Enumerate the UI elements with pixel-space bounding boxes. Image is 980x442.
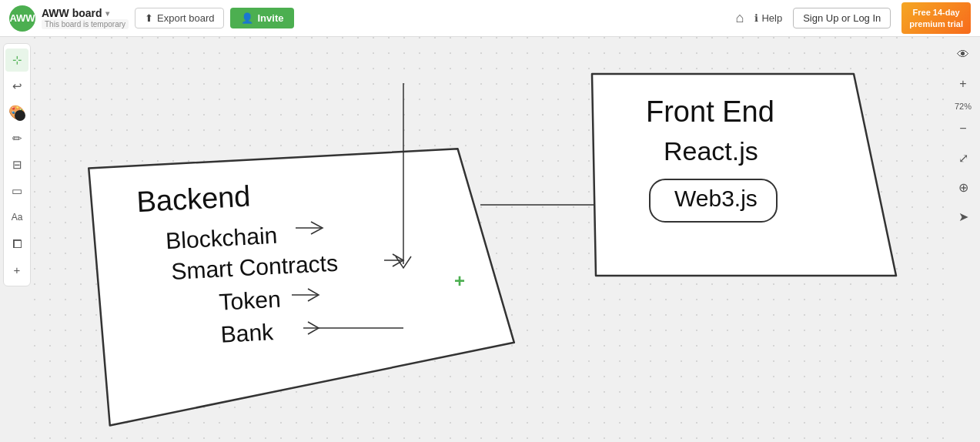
- zoom-level: 72%: [955, 102, 972, 111]
- eye-button[interactable]: 👁: [952, 43, 975, 66]
- board-title-area: AWW board ▾ This board is temporary: [42, 7, 129, 29]
- plus-indicator: +: [454, 270, 465, 291]
- eraser-tool[interactable]: ⊟: [5, 153, 28, 176]
- select-tool[interactable]: ⊹: [5, 49, 28, 72]
- free-trial-line1: Free 14-day: [909, 7, 963, 18]
- sticky-tool[interactable]: ⧠: [5, 232, 28, 255]
- frontend-group: Front End React.js Web3.js: [592, 74, 896, 276]
- free-trial-line2: premium trial: [909, 18, 963, 29]
- chevron-down-icon: ▾: [105, 9, 109, 18]
- add-tool[interactable]: +: [5, 258, 28, 281]
- undo-tool[interactable]: ↩: [5, 75, 28, 98]
- color-tool[interactable]: 🎨: [5, 101, 28, 124]
- header-right: ⌂ ℹ Help Sign Up or Log In Free 14-day p…: [736, 2, 972, 34]
- header: AWW AWW board ▾ This board is temporary …: [0, 0, 980, 37]
- free-trial-badge[interactable]: Free 14-day premium trial: [901, 2, 971, 34]
- web3js-text: Web3.js: [674, 186, 758, 211]
- logo: AWW: [9, 5, 35, 32]
- board-subtitle: This board is temporary: [42, 19, 129, 29]
- shape-tool[interactable]: ▭: [5, 179, 28, 203]
- whiteboard-svg: Backend Blockchain Smart Contracts Token…: [34, 37, 946, 442]
- home-button[interactable]: ⌂: [736, 10, 744, 26]
- pen-tool[interactable]: ✏: [5, 127, 28, 150]
- reactjs-text: React.js: [664, 136, 758, 166]
- zoom-in-button[interactable]: +: [952, 72, 975, 95]
- canvas: Backend Blockchain Smart Contracts Token…: [34, 37, 946, 442]
- backend-title: Backend: [136, 180, 252, 219]
- help-button[interactable]: ℹ Help: [754, 12, 782, 24]
- zoom-out-button[interactable]: −: [952, 117, 975, 140]
- token-text: Token: [219, 286, 282, 315]
- info-icon: ℹ: [754, 12, 758, 24]
- export-icon: ⬆: [145, 12, 153, 24]
- export-button[interactable]: ⬆ Export board: [135, 8, 224, 28]
- bank-text: Bank: [220, 319, 275, 347]
- color-dot: [15, 110, 25, 121]
- send-button[interactable]: ➤: [952, 205, 975, 228]
- right-toolbar: 👁 + 72% − ⤢ ⊕ ➤: [949, 43, 977, 228]
- board-title[interactable]: AWW board ▾: [42, 7, 129, 19]
- invite-icon: 👤: [241, 12, 253, 24]
- left-toolbar: ⊹ ↩ 🎨 ✏ ⊟ ▭ Aa ⧠ +: [3, 43, 31, 286]
- fullscreen-button[interactable]: ⊕: [952, 176, 975, 199]
- frontend-title: Front End: [646, 95, 774, 128]
- fit-button[interactable]: ⤢: [952, 146, 975, 169]
- text-tool[interactable]: Aa: [5, 206, 28, 229]
- logo-text: AWW: [9, 12, 35, 24]
- invite-button[interactable]: 👤 Invite: [230, 8, 294, 28]
- signup-button[interactable]: Sign Up or Log In: [793, 8, 891, 28]
